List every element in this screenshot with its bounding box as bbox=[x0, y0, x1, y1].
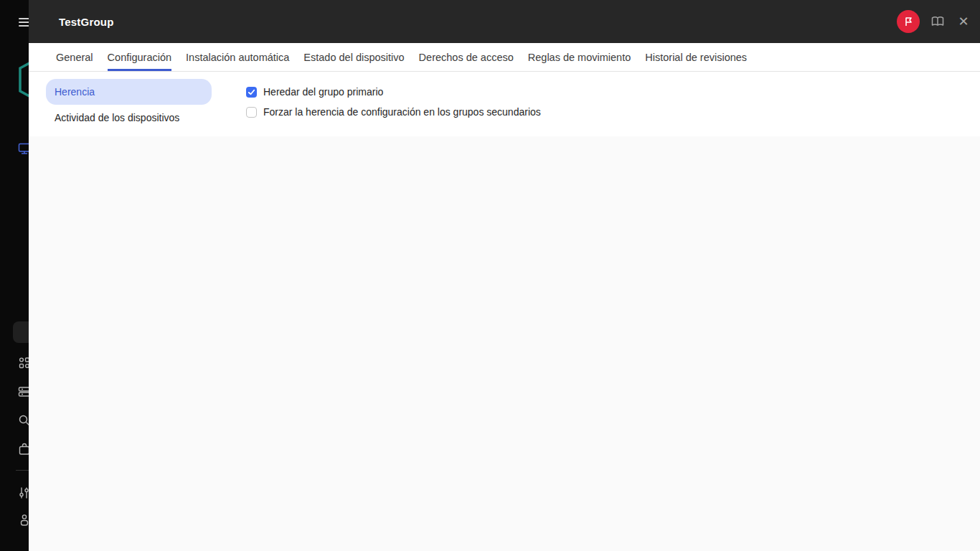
checkbox-label: Forzar la herencia de configuración en l… bbox=[263, 106, 541, 118]
tab-bar: GeneralConfiguraciónInstalación automáti… bbox=[29, 43, 980, 72]
tab-reglas-de-movimiento[interactable]: Reglas de movimiento bbox=[521, 43, 638, 71]
tab-general[interactable]: General bbox=[49, 43, 100, 71]
app-sidebar bbox=[0, 0, 29, 551]
flag-icon[interactable] bbox=[897, 10, 920, 33]
tab-historial-de-revisiones[interactable]: Historial de revisiones bbox=[638, 43, 754, 71]
checkbox-checked-icon[interactable] bbox=[246, 87, 257, 98]
open-book-icon[interactable] bbox=[930, 14, 946, 29]
search-icon[interactable] bbox=[17, 413, 29, 428]
tab-configuraci-n[interactable]: Configuración bbox=[100, 43, 179, 71]
panel-content: HerenciaActividad de los dispositivos He… bbox=[29, 72, 980, 551]
subnav-item-actividad-de-los-dispositivos[interactable]: Actividad de los dispositivos bbox=[46, 105, 212, 131]
checkbox-unchecked-icon[interactable] bbox=[246, 107, 257, 118]
sidebar-active-item-highlight bbox=[13, 321, 29, 343]
tab-instalaci-n-autom-tica[interactable]: Instalación automática bbox=[179, 43, 296, 71]
subnav-item-herencia[interactable]: Herencia bbox=[46, 79, 212, 105]
checkbox-row[interactable]: Forzar la herencia de configuración en l… bbox=[246, 102, 541, 122]
checkbox-row[interactable]: Heredar del grupo primario bbox=[246, 82, 541, 102]
tab-derechos-de-acceso[interactable]: Derechos de acceso bbox=[412, 43, 521, 71]
inheritance-settings: Heredar del grupo primarioForzar la here… bbox=[246, 82, 541, 122]
kaspersky-logo-icon bbox=[19, 59, 29, 100]
bag-icon[interactable] bbox=[17, 442, 29, 456]
people-group-icon[interactable] bbox=[17, 356, 29, 370]
sidebar-divider bbox=[16, 470, 29, 471]
server-stack-icon[interactable] bbox=[17, 385, 29, 399]
page-title: TestGroup bbox=[59, 16, 114, 28]
sliders-icon[interactable] bbox=[17, 486, 29, 500]
panel-header: TestGroup ✕ bbox=[29, 0, 980, 43]
settings-subnav: HerenciaActividad de los dispositivos bbox=[46, 79, 212, 131]
menu-icon[interactable] bbox=[19, 16, 29, 27]
checkbox-label: Heredar del grupo primario bbox=[263, 86, 383, 98]
close-icon[interactable]: ✕ bbox=[956, 14, 971, 29]
monitor-icon[interactable] bbox=[17, 141, 29, 156]
tab-estado-del-dispositivo[interactable]: Estado del dispositivo bbox=[296, 43, 411, 71]
user-icon[interactable] bbox=[17, 513, 29, 527]
